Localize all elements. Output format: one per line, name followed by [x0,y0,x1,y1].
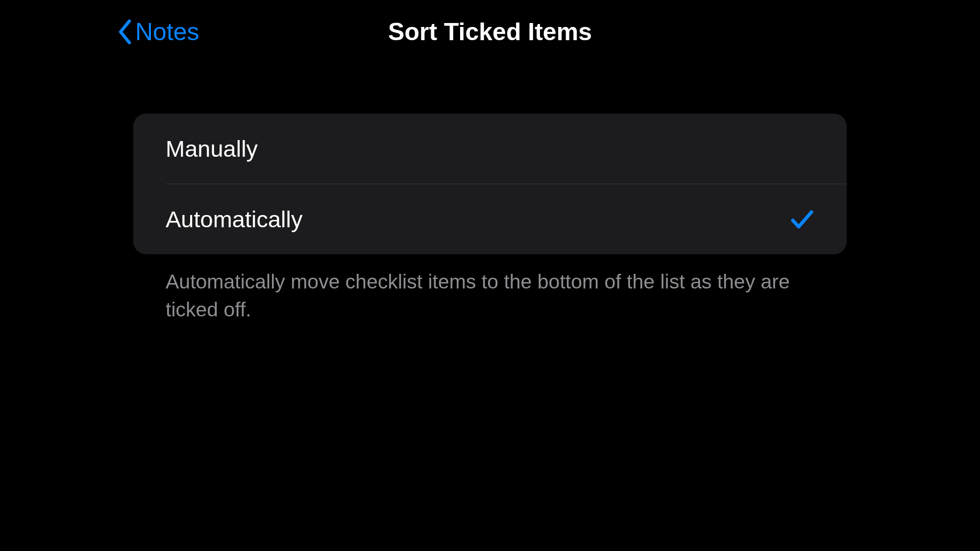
footer-description: Automatically move checklist items to th… [133,254,847,324]
page-title: Sort Ticked Items [388,18,592,46]
option-manually[interactable]: Manually [133,114,847,184]
chevron-left-icon [118,19,131,45]
content-area: Manually Automatically Automatically mov… [0,114,980,324]
checkmark-icon [790,207,814,232]
navigation-bar: Notes Sort Ticked Items [0,0,980,64]
option-label: Manually [166,135,258,162]
settings-group: Manually Automatically [133,114,847,254]
back-button[interactable]: Notes [118,18,199,46]
option-automatically[interactable]: Automatically [133,184,847,254]
option-label: Automatically [166,206,303,233]
back-label: Notes [135,18,199,46]
